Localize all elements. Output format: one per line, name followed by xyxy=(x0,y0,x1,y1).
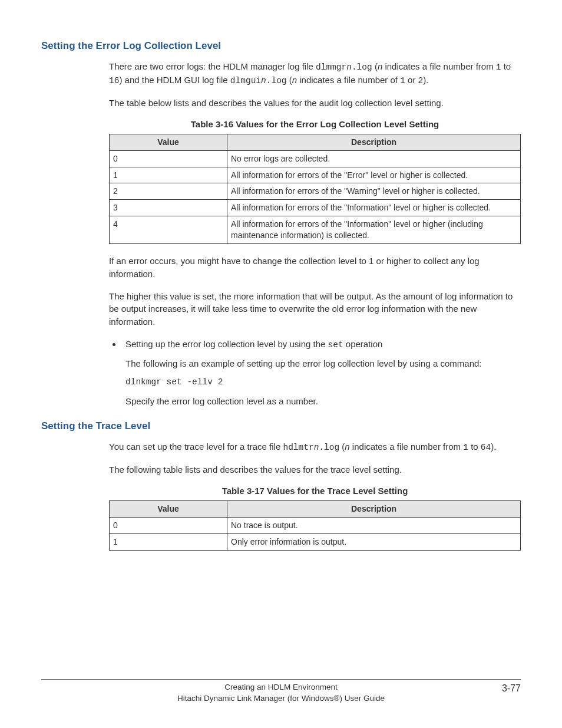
t317-th-value: Value xyxy=(110,501,227,518)
cell-value: 1 xyxy=(110,533,227,550)
s2p1-code4: 64 xyxy=(481,443,491,452)
cell-value: 0 xyxy=(110,517,227,533)
s1p1-code4: 16 xyxy=(109,76,119,85)
table-row: 3All information for errors of the "Info… xyxy=(110,200,521,216)
s1p1-c: indicates a file number from xyxy=(382,61,496,71)
cell-desc: All information for errors of the "Error… xyxy=(227,167,521,183)
s1b1-code: set xyxy=(328,340,343,350)
s2-para2: The following table lists and describes … xyxy=(109,463,521,476)
s1-para5: Specify the error log collection level a… xyxy=(125,395,521,408)
s2p1-d: to xyxy=(468,442,481,452)
s2p1-code3: 1 xyxy=(463,443,468,452)
section-heading-error-log: Setting the Error Log Collection Level xyxy=(41,40,521,52)
table-row: 2All information for errors of the "Warn… xyxy=(110,183,521,200)
cell-desc: No error logs are collected. xyxy=(227,150,521,167)
cell-value: 3 xyxy=(110,200,227,216)
s1-para1: There are two error logs: the HDLM manag… xyxy=(109,60,521,87)
s1-para3: If an error occurs, you might have to ch… xyxy=(109,255,521,281)
table-row: 1Only error information is output. xyxy=(110,533,521,550)
table-row: 0No trace is output. xyxy=(110,517,521,533)
table-row: 4All information for errors of the "Info… xyxy=(110,216,521,244)
s1p1-e: ) and the HDLM GUI log file xyxy=(119,75,230,85)
s1p1-b: ( xyxy=(372,61,378,71)
table-3-16-caption: Table 3-16 Values for the Error Log Coll… xyxy=(109,119,521,129)
s2p1-a: You can set up the trace level for a tra… xyxy=(109,442,283,452)
cell-value: 1 xyxy=(110,167,227,183)
t316-th-value: Value xyxy=(110,134,227,150)
s1-bullet-list: Setting up the error log collection leve… xyxy=(109,338,521,351)
s1-para4: The higher this value is set, the more i… xyxy=(109,290,521,328)
cell-value: 2 xyxy=(110,183,227,200)
s1p1-f: ( xyxy=(287,75,292,85)
s2p1-c: indicates a file number from xyxy=(350,442,464,452)
s2p1-e: ). xyxy=(491,442,496,452)
s1p1-d: to xyxy=(501,61,511,71)
s1-bullet1-sub: The following is an example of setting u… xyxy=(125,357,521,370)
s1p1-a: There are two error logs: the HDLM manag… xyxy=(109,61,316,71)
s2p1-code2: .log xyxy=(319,443,339,452)
s1p1-code5: dlmgui xyxy=(230,76,261,85)
cell-desc: All information for errors of the "Infor… xyxy=(227,200,521,216)
table-3-17-caption: Table 3-17 Values for the Trace Level Se… xyxy=(109,486,521,496)
cell-desc: All information for errors of the "Infor… xyxy=(227,216,521,244)
s1b1-a: Setting up the error log collection leve… xyxy=(125,339,328,349)
s2p1-code1: hdlmtr xyxy=(283,443,313,452)
s1p1-ital2: n xyxy=(378,61,382,71)
s2p1-ital2: n xyxy=(345,442,349,452)
cell-value: 4 xyxy=(110,216,227,244)
t316-th-desc: Description xyxy=(227,134,521,150)
section1-content: There are two error logs: the HDLM manag… xyxy=(109,60,521,407)
cell-desc: Only error information is output. xyxy=(227,533,521,550)
footer-line2: Hitachi Dynamic Link Manager (for Window… xyxy=(41,693,521,704)
t317-th-desc: Description xyxy=(227,501,521,518)
s1b1-b: operation xyxy=(343,339,383,349)
footer-line1: Creating an HDLM Environment xyxy=(41,682,521,693)
table-3-16: Value Description 0No error logs are col… xyxy=(109,134,521,244)
s1p1-h: or xyxy=(405,75,418,85)
s1-bullet1: Setting up the error log collection leve… xyxy=(122,338,521,351)
s1p1-code3: 1 xyxy=(496,62,501,72)
section-heading-trace-level: Setting the Trace Level xyxy=(41,420,521,432)
cell-desc: All information for errors of the "Warni… xyxy=(227,183,521,200)
table-row: 0No error logs are collected. xyxy=(110,150,521,167)
s1p1-g: indicates a file number of xyxy=(297,75,400,85)
page-number: 3-77 xyxy=(502,682,521,695)
s1p1-ital3: n xyxy=(261,76,266,85)
table-3-17: Value Description 0No trace is output.1O… xyxy=(109,500,521,551)
s2p1-b: ( xyxy=(339,442,345,452)
s2-para1: You can set up the trace level for a tra… xyxy=(109,440,521,454)
s1-code-example: dlnkmgr set -ellv 2 xyxy=(125,377,521,387)
s1p1-code8: 2 xyxy=(418,76,424,85)
s1p1-code2: .log xyxy=(352,62,372,72)
s1p1-i: ). xyxy=(423,75,428,85)
s1p1-code7: 1 xyxy=(400,76,405,85)
page-footer: 3-77 Creating an HDLM Environment Hitach… xyxy=(41,679,521,704)
cell-desc: No trace is output. xyxy=(227,517,521,533)
s1p1-code6: .log xyxy=(266,76,287,85)
s1p1-code1: dlmmgr xyxy=(316,62,346,72)
table-row: 1All information for errors of the "Erro… xyxy=(110,167,521,183)
section2-content: You can set up the trace level for a tra… xyxy=(109,440,521,550)
s1p1-ital4: n xyxy=(292,75,297,85)
cell-value: 0 xyxy=(110,150,227,167)
s1p1-ital1: n xyxy=(346,62,352,72)
s1-para2: The table below lists and describes the … xyxy=(109,97,521,110)
